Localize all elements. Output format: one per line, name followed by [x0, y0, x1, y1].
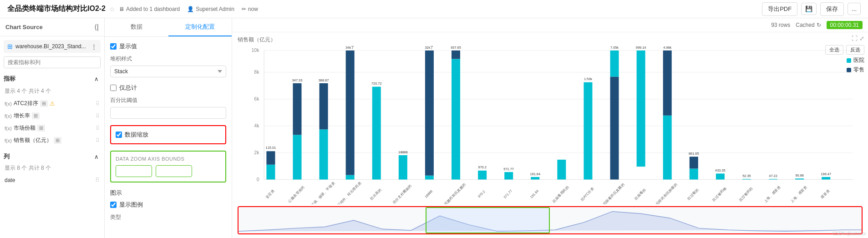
legend-type-label: 类型 — [110, 213, 226, 221]
svg-rect-24 — [346, 51, 355, 175]
svg-text:上海、感冒类: 上海、感冒类 — [763, 185, 782, 203]
data-zoom-label: 数据缩放 — [125, 131, 148, 139]
data-zoom-checkbox[interactable] — [116, 132, 122, 138]
svg-rect-34 — [425, 51, 434, 176]
config-panel: 数据 定制化配置 显示值 堆积样式 Stack 仅总计 — [105, 18, 232, 238]
svg-rect-67 — [690, 157, 698, 168]
svg-text:4.98k: 4.98k — [663, 46, 671, 50]
metrics-sub: 显示 4 个 共计 4 个 — [4, 87, 101, 95]
save-button[interactable]: 保存 — [820, 2, 844, 16]
only-total-row: 仅总计 — [110, 84, 226, 92]
metrics-section-header: 指标 ∧ — [4, 73, 101, 85]
data-zoom-section: 数据缩放 — [110, 125, 226, 144]
refresh-icon[interactable]: ↻ — [817, 22, 821, 28]
svg-text:52.35: 52.35 — [742, 174, 751, 178]
list-item-date: date ⠿ — [4, 175, 101, 185]
percent-threshold-input[interactable] — [110, 107, 226, 119]
timer-badge: 00:00:00.31 — [827, 21, 863, 29]
svg-text:抗ATC分类: 抗ATC分类 — [580, 186, 595, 202]
list-item-date-label: date — [5, 177, 15, 183]
display-value-row: 显示值 — [110, 42, 226, 51]
monitor-icon: 🖥 — [119, 6, 124, 12]
list-title: 列 — [4, 152, 10, 161]
function-icon-3: f(x) — [5, 126, 12, 131]
star-icon[interactable]: ☆ — [109, 5, 115, 13]
svg-rect-55 — [610, 51, 619, 77]
list-item-drag-icon[interactable]: ⠿ — [95, 177, 100, 183]
metric-item-atc2: f(x) ATC2排序 ⊞ ⚠ ⠿ — [4, 98, 101, 109]
show-legend-label: 显示图例 — [119, 201, 143, 209]
rows-badge: 93 rows — [771, 22, 790, 28]
data-zoom-min-input[interactable]: 30 — [116, 165, 152, 177]
svg-text:18888: 18888 — [424, 189, 433, 199]
list-section: 列 ∧ 显示 8 个 共计 8 个 date ⠿ — [4, 151, 101, 185]
display-value-label: 显示值 — [119, 42, 137, 51]
search-input[interactable] — [4, 56, 101, 68]
drag-icon-2[interactable]: ⠿ — [96, 113, 100, 119]
topbar: 全品类终端市场结构对比IO2-2 ☆ 🖥 Added to 1 dashboar… — [0, 0, 868, 18]
data-zoom-max-input[interactable]: 50 — [156, 165, 192, 177]
svg-text:抗出血的: 抗出血的 — [369, 187, 382, 201]
user-icon: 👤 — [187, 6, 194, 12]
svg-text:970.2: 970.2 — [477, 190, 486, 199]
show-legend-checkbox[interactable] — [110, 202, 117, 208]
drag-icon[interactable]: ⠿ — [96, 101, 100, 107]
svg-text:115.01: 115.01 — [266, 146, 276, 150]
fullscreen-icon[interactable]: ⤢ — [859, 35, 864, 42]
sidebar-collapse-button[interactable]: ⟨| — [94, 23, 99, 31]
metric-label-atc2: ATC2排序 — [14, 100, 38, 107]
bar — [266, 151, 275, 164]
config-body: 显示值 堆积样式 Stack 仅总计 百分比阈值 — [105, 37, 232, 238]
svg-rect-50 — [557, 160, 566, 180]
display-value-checkbox[interactable] — [110, 43, 117, 50]
zoom-selection-box[interactable] — [426, 207, 550, 233]
svg-text:18888: 18888 — [398, 150, 408, 154]
cached-badge: Cached ↻ — [796, 22, 821, 28]
datasource-item[interactable]: ⊞ warehouse.BI_2023_Stand... ⋮ — [4, 40, 101, 53]
svg-text:抗癌药和抗肿瘤的: 抗癌药和抗肿瘤的 — [655, 182, 678, 204]
svg-rect-37 — [452, 59, 460, 179]
y-axis-label: 销售额（亿元） — [238, 36, 863, 44]
drag-icon-4[interactable]: ⠿ — [96, 137, 100, 144]
more-button[interactable]: ... — [848, 3, 861, 15]
svg-text:安定类: 安定类 — [265, 189, 275, 200]
data-zoom-row: 数据缩放 — [116, 131, 221, 139]
svg-text:7.05k: 7.05k — [610, 46, 619, 50]
tab-data[interactable]: 数据 — [105, 18, 168, 36]
data-zoom-bounds-section: DATA ZOOM AXIS BOUNDS 30 50 — [110, 151, 226, 182]
page-title: 全品类终端市场结构对比IO2-2 — [7, 4, 106, 14]
legend-section: 图示 显示图例 类型 — [110, 189, 226, 221]
svg-text:抗转外、转出用药类: 抗转外、转出用药类 — [336, 181, 362, 204]
only-total-checkbox[interactable] — [110, 85, 117, 91]
bar-chart-svg: 0 2k 4k 6k 8k 10k 115.01 安定类 — [238, 46, 863, 204]
svg-text:抗过敏药物: 抗过敏药物 — [712, 186, 727, 202]
metric-item-share: f(x) 市场份额 ⊞ ⠿ — [4, 122, 101, 134]
dashboard-label: 🖥 Added to 1 dashboard — [119, 6, 180, 12]
expand-icon[interactable]: ⛶ — [852, 35, 858, 42]
svg-text:2k: 2k — [254, 150, 259, 155]
list-toggle[interactable]: ∧ — [94, 153, 99, 160]
data-zoom-bar[interactable] — [238, 206, 863, 234]
function-icon: f(x) — [5, 101, 12, 106]
export-pdf-button[interactable]: 导出PDF — [762, 2, 797, 16]
data-zoom-bounds-row: 30 50 — [116, 165, 221, 177]
datasource-more-icon[interactable]: ⋮ — [91, 43, 97, 50]
svg-rect-59 — [637, 51, 645, 167]
svg-text:388.87: 388.87 — [319, 78, 329, 82]
svg-rect-23 — [346, 175, 355, 180]
bar-chart: 0 2k 4k 6k 8k 10k 115.01 安定类 — [238, 46, 863, 204]
svg-text:32k了: 32k了 — [425, 46, 434, 50]
svg-text:999.14: 999.14 — [636, 46, 646, 50]
svg-text:抗病毒的: 抗病毒的 — [634, 187, 647, 201]
svg-text:970.2: 970.2 — [478, 165, 486, 169]
tab-custom[interactable]: 定制化配置 — [168, 18, 232, 36]
drag-icon-3[interactable]: ⠿ — [96, 125, 100, 132]
data-zoom-bounds-title: DATA ZOOM AXIS BOUNDS — [116, 156, 221, 162]
svg-text:抗过敏的: 抗过敏的 — [686, 187, 700, 201]
chart-area: 93 rows Cached ↻ 00:00:00.31 销售额（亿元） 全选 … — [232, 18, 868, 238]
metrics-toggle[interactable]: ∧ — [94, 76, 99, 82]
save-icon-button[interactable]: 💾 — [801, 3, 817, 15]
svg-rect-27 — [372, 87, 381, 180]
function-icon-2: f(x) — [5, 113, 12, 119]
stack-select[interactable]: Stack — [110, 66, 226, 77]
